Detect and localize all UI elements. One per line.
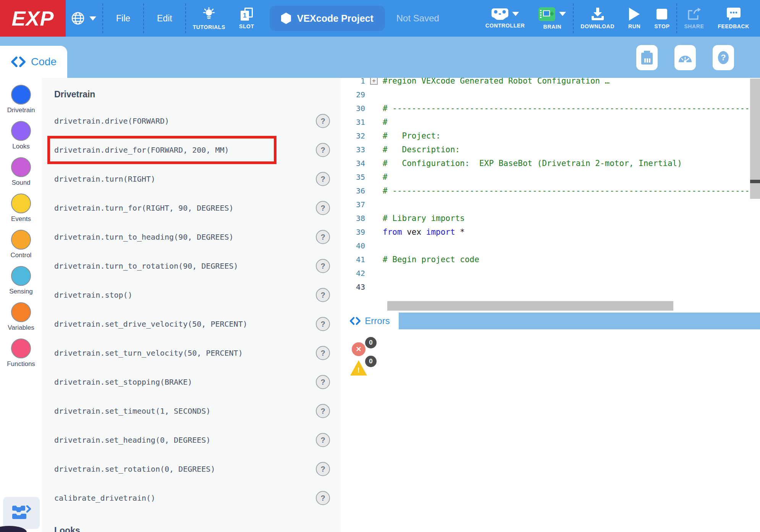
command-help-button[interactable]: ? [316, 404, 330, 418]
hexagon-icon [281, 13, 291, 24]
category-circle[interactable] [11, 121, 31, 141]
dashboard-gauge-button[interactable] [674, 45, 696, 70]
fold-icon[interactable]: + [370, 78, 378, 85]
download-button[interactable]: DOWNLOAD [574, 0, 621, 37]
slot-button[interactable]: 1 SLOT [232, 0, 261, 37]
blocks-python-toggle-button[interactable] [3, 497, 40, 529]
category-circle[interactable] [11, 157, 31, 177]
code-line[interactable]: 39 from vex import * [341, 225, 760, 239]
sidebar-item-events[interactable]: Events [11, 193, 31, 223]
stop-button[interactable]: STOP [647, 0, 676, 37]
tab-code[interactable]: Code [0, 46, 67, 78]
code-line[interactable]: 37 [341, 198, 760, 211]
command-help-button[interactable]: ? [316, 259, 330, 273]
command-row[interactable]: drivetrain.set_heading(0, DEGREES) ? [42, 426, 341, 455]
code-chevrons-icon [11, 56, 26, 68]
vertical-scrollbar[interactable] [750, 79, 760, 199]
code-line[interactable]: 30 # -----------------------------------… [341, 102, 760, 115]
category-circle[interactable] [11, 230, 31, 250]
command-row[interactable]: drivetrain.turn_to_heading(90, DEGREES) … [42, 222, 341, 251]
file-menu[interactable]: File [103, 0, 143, 37]
command-code[interactable]: drivetrain.set_rotation(0, DEGREES) [54, 464, 215, 474]
sidebar-item-variables[interactable]: Variables [8, 302, 34, 332]
command-row[interactable]: drivetrain.set_rotation(0, DEGREES) ? [42, 455, 341, 484]
code-line[interactable]: 42 [341, 266, 760, 280]
share-button[interactable]: SHARE [677, 0, 711, 37]
sidebar-item-looks[interactable]: Looks [11, 121, 31, 150]
sidebar-item-sound[interactable]: Sound [11, 157, 31, 187]
vertical-scrollbar-thumb[interactable] [750, 180, 760, 183]
command-row[interactable]: drivetrain.drive_for(FORWARD, 200, MM) ? [42, 135, 341, 164]
feedback-button[interactable]: FEEDBACK [711, 0, 756, 37]
code-line[interactable]: 36 # -----------------------------------… [341, 184, 760, 198]
sidebar-item-control[interactable]: Control [11, 230, 32, 259]
category-circle[interactable] [11, 302, 31, 322]
command-row[interactable]: drivetrain.turn_for(RIGHT, 90, DEGREES) … [42, 193, 341, 222]
command-help-button[interactable]: ? [316, 172, 330, 186]
command-row[interactable]: drivetrain.drive(FORWARD) ? [42, 106, 341, 135]
code-line[interactable]: 1 + #region VEXcode Generated Robot Conf… [341, 78, 760, 88]
command-code[interactable]: drivetrain.turn_to_rotation(90, DEGREES) [54, 261, 238, 271]
command-code[interactable]: drivetrain.set_heading(0, DEGREES) [54, 435, 210, 445]
command-help-button[interactable]: ? [316, 201, 330, 215]
command-help-button[interactable]: ? [316, 143, 330, 157]
code-line[interactable]: 29 [341, 88, 760, 102]
run-button[interactable]: RUN [621, 0, 647, 37]
tutorials-button[interactable]: TUTORIALS [186, 0, 232, 37]
command-row[interactable]: drivetrain.stop() ? [42, 281, 341, 310]
tab-errors[interactable]: Errors [341, 313, 399, 329]
command-row[interactable]: drivetrain.turn_to_rotation(90, DEGREES)… [42, 251, 341, 281]
command-code[interactable]: drivetrain.turn(RIGHT) [54, 174, 155, 184]
brain-button[interactable]: BRAIN [532, 0, 573, 37]
category-circle[interactable] [11, 266, 31, 286]
sidebar-item-functions[interactable]: Functions [7, 339, 35, 368]
command-code[interactable]: drivetrain.set_turn_velocity(50, PERCENT… [54, 348, 243, 358]
command-code[interactable]: drivetrain.set_stopping(BRAKE) [54, 377, 192, 387]
command-code[interactable]: drivetrain.set_drive_velocity(50, PERCEN… [54, 319, 247, 329]
category-circle[interactable] [11, 193, 31, 213]
code-line[interactable]: 35 # [341, 170, 760, 184]
code-line[interactable]: 33 # Description: [341, 143, 760, 156]
command-row[interactable]: drivetrain.set_drive_velocity(50, PERCEN… [42, 310, 341, 339]
code-editor[interactable]: 1 + #region VEXcode Generated Robot Conf… [341, 78, 760, 311]
command-code[interactable]: calibrate_drivetrain() [54, 493, 155, 503]
command-row[interactable]: drivetrain.turn(RIGHT) ? [42, 164, 341, 193]
command-help-button[interactable]: ? [316, 462, 330, 476]
command-row[interactable]: drivetrain.set_turn_velocity(50, PERCENT… [42, 339, 341, 368]
sidebar-item-drivetrain[interactable]: Drivetrain [7, 85, 35, 114]
code-line[interactable]: 43 [341, 280, 760, 294]
sidebar-item-sensing[interactable]: Sensing [9, 266, 32, 295]
command-code[interactable]: drivetrain.drive_for(FORWARD, 200, MM) [54, 145, 229, 155]
command-row[interactable]: drivetrain.set_timeout(1, SECONDS) ? [42, 397, 341, 426]
command-code[interactable]: drivetrain.turn_for(RIGHT, 90, DEGREES) [54, 203, 234, 213]
code-line[interactable]: 31 # [341, 115, 760, 129]
command-row[interactable]: drivetrain.set_stopping(BRAKE) ? [42, 368, 341, 397]
command-help-button[interactable]: ? [316, 230, 330, 244]
edit-menu[interactable]: Edit [144, 0, 185, 37]
code-line[interactable]: 38 # Library imports [341, 211, 760, 225]
command-help-button[interactable]: ? [316, 114, 330, 128]
help-panel-button[interactable]: ? [713, 45, 734, 70]
command-help-button[interactable]: ? [316, 375, 330, 389]
category-circle[interactable] [11, 85, 31, 105]
category-circle[interactable] [11, 339, 31, 358]
command-help-button[interactable]: ? [316, 317, 330, 331]
command-help-button[interactable]: ? [316, 346, 330, 360]
command-help-button[interactable]: ? [316, 288, 330, 302]
command-row[interactable]: calibrate_drivetrain() ? [42, 484, 341, 513]
code-line[interactable]: 32 # Project: [341, 129, 760, 143]
command-code[interactable]: drivetrain.stop() [54, 290, 133, 300]
controller-button[interactable]: CONTROLLER [479, 0, 532, 37]
horizontal-scrollbar[interactable] [387, 301, 673, 311]
command-code[interactable]: drivetrain.turn_to_heading(90, DEGREES) [54, 232, 234, 242]
code-line[interactable]: 40 [341, 239, 760, 253]
code-line[interactable]: 34 # Configuration: EXP BaseBot (Drivetr… [341, 156, 760, 170]
command-help-button[interactable]: ? [316, 491, 330, 505]
command-help-button[interactable]: ? [316, 433, 330, 447]
command-code[interactable]: drivetrain.set_timeout(1, SECONDS) [54, 406, 210, 416]
language-menu[interactable] [66, 0, 102, 37]
device-info-button[interactable] [636, 45, 658, 70]
command-code[interactable]: drivetrain.drive(FORWARD) [54, 116, 169, 126]
code-line[interactable]: 41 # Begin project code [341, 253, 760, 266]
project-name-button[interactable]: VEXcode Project [270, 6, 385, 31]
